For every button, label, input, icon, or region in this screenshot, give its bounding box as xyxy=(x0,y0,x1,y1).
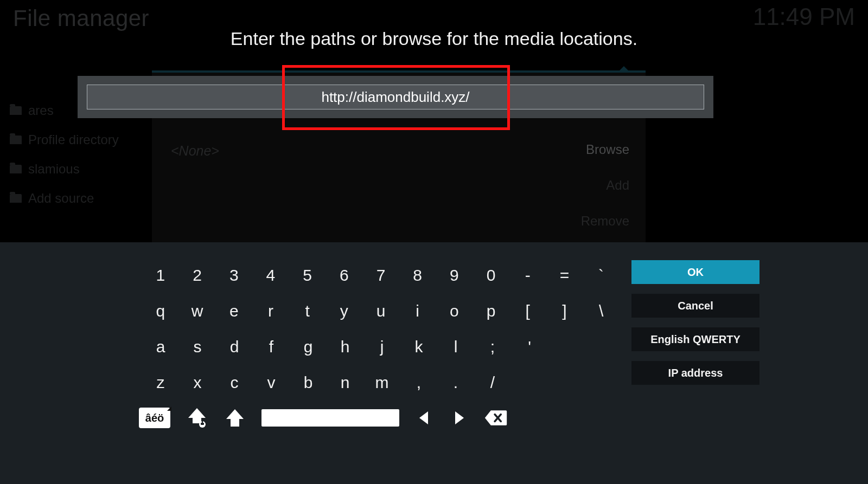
backspace-icon xyxy=(484,409,508,427)
key-r[interactable]: r xyxy=(252,295,289,327)
sidebar-item-add-source: Add source xyxy=(10,191,119,206)
key-t[interactable]: t xyxy=(289,295,326,327)
dialog-caret-icon xyxy=(618,66,629,72)
arrow-left-icon xyxy=(416,410,432,426)
keyboard-row-1: 1 2 3 4 5 6 7 8 9 0 - = ` xyxy=(142,257,620,293)
key-p[interactable]: p xyxy=(473,295,509,327)
folder-icon xyxy=(10,106,22,115)
key-y[interactable]: y xyxy=(326,295,362,327)
sidebar-item-profile-directory: Profile directory xyxy=(10,132,119,147)
remove-button-dimmed: Remove xyxy=(581,214,629,229)
arrow-right-key[interactable] xyxy=(449,408,469,428)
dialog-right-buttons: Browse Add Remove xyxy=(581,142,629,229)
browse-button-dimmed: Browse xyxy=(586,142,629,157)
key-e[interactable]: e xyxy=(215,295,252,327)
keyboard-keys-grid: 1 2 3 4 5 6 7 8 9 0 - = ` q w e r t y u … xyxy=(142,257,620,401)
key-slash[interactable]: / xyxy=(474,367,511,398)
key-1[interactable]: 1 xyxy=(142,260,179,291)
key-period[interactable]: . xyxy=(437,367,474,398)
key-bracket-right[interactable]: ] xyxy=(546,295,583,327)
key-h[interactable]: h xyxy=(327,331,363,363)
cancel-button[interactable]: Cancel xyxy=(631,294,760,318)
key-s[interactable]: s xyxy=(179,331,216,363)
sidebar-item-slamious: slamious xyxy=(10,162,119,177)
key-5[interactable]: 5 xyxy=(289,260,326,291)
key-x[interactable]: x xyxy=(179,367,216,398)
shift-key[interactable] xyxy=(224,406,246,429)
key-4[interactable]: 4 xyxy=(252,260,289,291)
keyboard-special-row: âéö xyxy=(139,405,508,431)
backspace-key[interactable] xyxy=(484,408,508,428)
key-equals[interactable]: = xyxy=(546,260,583,291)
key-9[interactable]: 9 xyxy=(436,260,473,291)
sidebar-item-label: Add source xyxy=(28,191,94,206)
add-button-dimmed: Add xyxy=(606,178,629,193)
clock: 11:49 PM xyxy=(753,3,855,30)
url-input-row: http://diamondbuild.xyz/ xyxy=(78,76,713,118)
page-title: File manager xyxy=(13,5,149,31)
key-comma[interactable]: , xyxy=(400,367,437,398)
url-input[interactable]: http://diamondbuild.xyz/ xyxy=(87,85,704,109)
keyboard-row-3: a s d f g h j k l ; ' xyxy=(142,329,620,365)
key-2[interactable]: 2 xyxy=(179,260,216,291)
key-minus[interactable]: - xyxy=(509,260,546,291)
key-d[interactable]: d xyxy=(216,331,253,363)
key-j[interactable]: j xyxy=(363,331,400,363)
key-f[interactable]: f xyxy=(253,331,290,363)
shift-lock-icon xyxy=(186,407,208,429)
key-6[interactable]: 6 xyxy=(326,260,362,291)
key-i[interactable]: i xyxy=(399,295,436,327)
sidebar-item-label: ares xyxy=(28,103,54,118)
spacebar-key[interactable] xyxy=(261,409,399,427)
arrow-right-icon xyxy=(451,410,467,426)
sidebar-item-label: slamious xyxy=(28,162,80,177)
key-a[interactable]: a xyxy=(142,331,179,363)
folder-icon xyxy=(10,135,22,144)
svg-rect-2 xyxy=(202,421,203,423)
key-semicolon[interactable]: ; xyxy=(474,331,511,363)
key-c[interactable]: c xyxy=(216,367,253,398)
key-backslash[interactable]: \ xyxy=(583,295,620,327)
key-u[interactable]: u xyxy=(362,295,399,327)
accent-chars-key[interactable]: âéö xyxy=(139,408,170,428)
keyboard-row-2: q w e r t y u i o p [ ] \ xyxy=(142,293,620,329)
ip-address-button[interactable]: IP address xyxy=(631,361,760,385)
sidebar: ares Profile directory slamious Add sour… xyxy=(10,103,119,206)
keyboard-side-buttons: OK Cancel English QWERTY IP address xyxy=(631,260,760,385)
prompt-title: Enter the paths or browse for the media … xyxy=(0,28,868,49)
key-8[interactable]: 8 xyxy=(399,260,436,291)
folder-icon xyxy=(10,165,22,173)
key-b[interactable]: b xyxy=(290,367,327,398)
key-q[interactable]: q xyxy=(142,295,179,327)
ok-button[interactable]: OK xyxy=(631,260,760,284)
key-7[interactable]: 7 xyxy=(362,260,399,291)
arrow-left-key[interactable] xyxy=(414,408,434,428)
onscreen-keyboard: 1 2 3 4 5 6 7 8 9 0 - = ` q w e r t y u … xyxy=(0,242,868,484)
key-w[interactable]: w xyxy=(179,295,216,327)
key-l[interactable]: l xyxy=(437,331,474,363)
key-3[interactable]: 3 xyxy=(215,260,252,291)
key-apostrophe[interactable]: ' xyxy=(511,331,548,363)
source-path-none: <None> xyxy=(171,143,219,159)
key-bracket-left[interactable]: [ xyxy=(509,295,546,327)
keyboard-layout-button[interactable]: English QWERTY xyxy=(631,327,760,351)
caps-lock-key[interactable] xyxy=(186,406,208,429)
key-o[interactable]: o xyxy=(436,295,473,327)
key-n[interactable]: n xyxy=(327,367,363,398)
key-k[interactable]: k xyxy=(400,331,437,363)
keyboard-row-4: z x c v b n m , . / xyxy=(142,365,620,401)
key-z[interactable]: z xyxy=(142,367,179,398)
key-0[interactable]: 0 xyxy=(473,260,509,291)
key-g[interactable]: g xyxy=(290,331,327,363)
sidebar-item-label: Profile directory xyxy=(28,132,119,147)
shift-icon xyxy=(224,407,246,429)
folder-icon xyxy=(10,194,22,203)
key-v[interactable]: v xyxy=(253,367,290,398)
key-m[interactable]: m xyxy=(363,367,400,398)
key-backtick[interactable]: ` xyxy=(583,260,620,291)
